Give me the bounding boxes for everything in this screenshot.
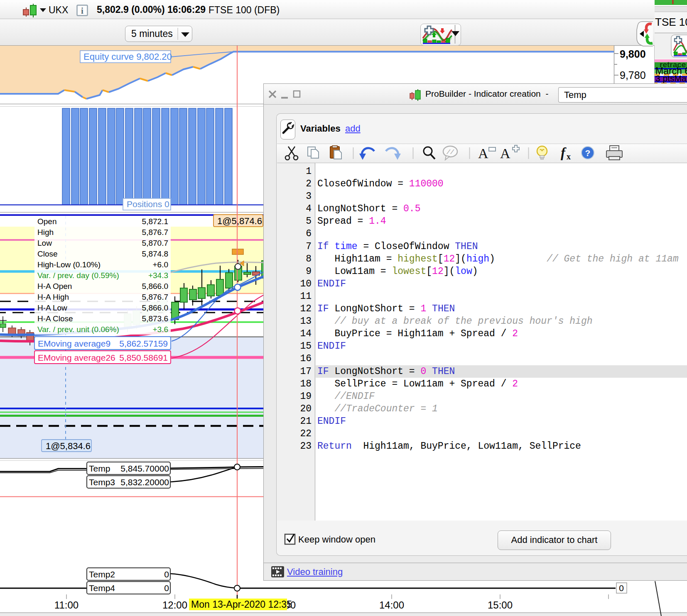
svg-text:5,862.57159: 5,862.57159 [119, 339, 168, 348]
svg-text:Var. / prev. day (0.59%): Var. / prev. day (0.59%) [37, 271, 119, 280]
svg-text:0: 0 [164, 570, 169, 579]
svg-text:5,866.0: 5,866.0 [142, 282, 168, 291]
svg-text:+6.0: +6.0 [152, 260, 168, 269]
svg-text:5,832.20000: 5,832.20000 [120, 477, 169, 487]
svg-text:+34.3: +34.3 [148, 271, 168, 280]
svg-text:1@5,874.6: 1@5,874.6 [217, 216, 262, 226]
svg-text:H-A Open: H-A Open [37, 282, 72, 291]
svg-text:Temp3: Temp3 [89, 477, 115, 487]
svg-text:5,872.1: 5,872.1 [142, 217, 168, 226]
svg-text:x: x [567, 152, 571, 161]
svg-text:Temp2: Temp2 [89, 570, 115, 579]
svg-text:High: High [37, 228, 54, 237]
svg-text:Temp: Temp [89, 464, 110, 473]
svg-text:H-A High: H-A High [37, 293, 69, 301]
svg-text:High-Low (0.10%): High-Low (0.10%) [37, 260, 101, 269]
svg-text:A: A [478, 146, 488, 161]
svg-text:Close: Close [37, 249, 58, 258]
svg-text:5,876.7: 5,876.7 [142, 228, 168, 237]
svg-text:11:00: 11:00 [54, 599, 79, 611]
svg-text:retrace: retrace [660, 60, 686, 69]
svg-text:EMoving average26: EMoving average26 [38, 353, 115, 362]
svg-text:0: 0 [619, 583, 624, 593]
svg-text:Low: Low [37, 239, 52, 247]
svg-text:Equity curve 9,802.20: Equity curve 9,802.20 [83, 51, 172, 62]
svg-text:i: i [81, 6, 83, 16]
svg-text:9,780: 9,780 [620, 69, 646, 81]
svg-text:5,876.7: 5,876.7 [142, 293, 168, 301]
svg-text:5,850.58691: 5,850.58691 [119, 353, 168, 362]
svg-text://: // [447, 149, 454, 156]
svg-text:Open: Open [37, 217, 56, 226]
svg-text:5,845.70000: 5,845.70000 [120, 464, 169, 473]
svg-text:3 ptsMar50M: 3 ptsMar50M [655, 73, 687, 83]
svg-text:1@5,834.6: 1@5,834.6 [46, 441, 91, 451]
svg-text:Positions 0: Positions 0 [127, 199, 169, 209]
svg-text:Temp4: Temp4 [89, 583, 115, 593]
svg-text:15:00: 15:00 [488, 599, 513, 611]
svg-text:Mon 13-Apr-2020 12:35: Mon 13-Apr-2020 12:35 [191, 599, 292, 610]
svg-text:EMoving average9: EMoving average9 [38, 339, 110, 348]
svg-text:A: A [500, 146, 510, 161]
svg-text:5,866.0: 5,866.0 [142, 303, 168, 312]
svg-text:+3.6: +3.6 [152, 325, 168, 334]
svg-text:Var. / prev. unit (0.06%): Var. / prev. unit (0.06%) [37, 325, 119, 334]
svg-text:0: 0 [164, 583, 169, 593]
svg-text:5,870.7: 5,870.7 [142, 239, 168, 247]
svg-text:f: f [561, 145, 567, 160]
svg-text:12:00: 12:00 [162, 599, 187, 611]
svg-text:H-A Low: H-A Low [37, 303, 67, 312]
svg-text:5,874.8: 5,874.8 [142, 249, 168, 258]
svg-text:14:00: 14:00 [379, 599, 404, 611]
svg-text:H-A Close: H-A Close [37, 314, 73, 323]
svg-text:9,800: 9,800 [620, 48, 646, 60]
svg-text:?: ? [585, 148, 591, 158]
svg-text:5,873.6: 5,873.6 [142, 314, 168, 323]
svg-text:TSE 100: TSE 100 [655, 16, 687, 28]
